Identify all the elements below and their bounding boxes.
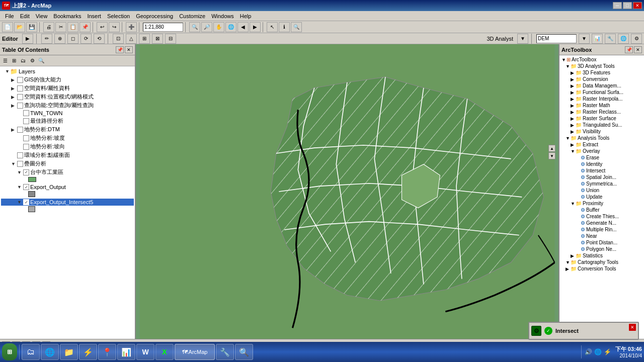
tb-cartography[interactable]: ▼ 📁 Cartography Tools — [560, 259, 643, 265]
tb-prox-expand[interactable]: ▼ — [571, 201, 576, 206]
toc-item-twn[interactable]: TWN_TOWN — [1, 110, 134, 117]
tb-statistics[interactable]: ▶ 📁 Statistics — [560, 252, 643, 259]
dem-dropdown[interactable]: ▼ — [579, 34, 590, 44]
open-button[interactable]: 📂 — [14, 22, 25, 32]
tb-visibility[interactable]: ▶ 📁 Visibility — [560, 128, 643, 135]
add-data-button[interactable]: ➕ — [126, 22, 137, 32]
zoom-in-button[interactable]: 🔍 — [189, 22, 200, 32]
maximize-button[interactable]: □ — [623, 2, 632, 9]
minimize-button[interactable]: ─ — [613, 2, 622, 9]
edit-snap1[interactable]: ⊡ — [113, 34, 124, 44]
tb-proximity[interactable]: ▼ 📁 Proximity — [560, 200, 643, 207]
tb-erase[interactable]: ⚙ Erase — [560, 154, 643, 161]
check-taichung[interactable] — [23, 169, 29, 175]
check-twn[interactable] — [23, 110, 29, 116]
menu-geoprocessing[interactable]: Geoprocessing — [133, 12, 176, 20]
edit-tool1[interactable]: ✏ — [41, 34, 52, 44]
toc-item-slope[interactable]: 地勢分析:坡度 — [1, 134, 134, 142]
tb-near[interactable]: ⚙ Near — [560, 233, 643, 239]
select-button[interactable]: ↖ — [267, 22, 278, 32]
tb-union[interactable]: ⚙ Union — [560, 187, 643, 194]
tb-3d-expand[interactable]: ▼ — [566, 64, 571, 69]
tb-conv-expand[interactable]: ▶ — [571, 77, 576, 82]
tb-convtools[interactable]: ▶ 📁 Conversion Tools — [560, 265, 643, 272]
tb-stat-expand[interactable]: ▶ — [571, 253, 576, 258]
tb-cart-expand[interactable]: ▼ — [566, 260, 571, 265]
expand-gis[interactable]: ▶ — [11, 77, 16, 82]
map-scroll-up[interactable]: ▲ — [548, 145, 555, 152]
tb-datamgmt[interactable]: ▶ 📁 Data Managem... — [560, 82, 643, 89]
menu-help[interactable]: Help — [237, 12, 255, 20]
tb-analysis[interactable]: ▼ 📁 Analysis Tools — [560, 135, 643, 141]
dem-input[interactable] — [536, 34, 577, 43]
tb-rs-expand[interactable]: ▶ — [571, 116, 576, 121]
toc-item-buffer[interactable]: 環域分析:點緩衝面 — [1, 151, 134, 159]
expand-dtm[interactable]: ▶ — [11, 127, 16, 132]
pan-button[interactable]: ✋ — [213, 22, 224, 32]
edit-start-btn[interactable]: ▶ — [22, 34, 33, 44]
expand-overlay[interactable]: ▼ — [11, 161, 16, 166]
toc-list-view[interactable]: ☰ — [1, 57, 9, 65]
tb-update[interactable]: ⚙ Update — [560, 194, 643, 200]
tb-createthiessen[interactable]: ⚙ Create Thies... — [560, 213, 643, 220]
tb-spatialjoin[interactable]: ⚙ Spatial Join... — [560, 174, 643, 180]
tb-3d-analyst[interactable]: ▼ 📁 3D Analyst Tools — [560, 63, 643, 69]
map-scroll-down[interactable]: ▼ — [548, 152, 555, 159]
menu-file[interactable]: File — [2, 12, 17, 20]
layers-expand[interactable]: ▼ — [5, 69, 10, 74]
new-button[interactable]: 📄 — [2, 22, 13, 32]
check-spatial2[interactable] — [17, 94, 23, 100]
edit-snap5[interactable]: ⊟ — [165, 34, 176, 44]
toc-item-dtm[interactable]: ▶ 地勢分析:DTM — [1, 125, 134, 134]
back-extent-button[interactable]: ◀ — [237, 22, 249, 32]
taskbar-excel[interactable]: X — [155, 344, 174, 360]
toc-pin-button[interactable]: 📌 — [116, 46, 124, 53]
edit-tool2[interactable]: ⊕ — [54, 34, 65, 44]
start-button[interactable]: ⊞ — [2, 343, 17, 360]
menu-selection[interactable]: Selection — [104, 12, 133, 20]
tb-identity[interactable]: ⚙ Identity — [560, 161, 643, 167]
toc-item-overlay[interactable]: ▼ 疊圖分析 — [1, 159, 134, 168]
tb-overlay-expand[interactable]: ▼ — [571, 149, 576, 154]
toc-item-intersect5[interactable]: ▼ Export_Output_Intersect5 — [1, 199, 134, 206]
taskbar-files[interactable]: 📁 — [60, 344, 78, 360]
tb-ri-expand[interactable]: ▶ — [571, 97, 576, 102]
scale-input[interactable]: 1:21,880 — [143, 23, 183, 32]
taskbar-tool1[interactable]: 🔧 — [216, 344, 234, 360]
paste-button[interactable]: 📌 — [79, 22, 91, 32]
tb-extract-expand[interactable]: ▶ — [571, 142, 576, 147]
tb-3d-features[interactable]: ▶ 📁 3D Features — [560, 69, 643, 76]
identify-button[interactable]: ℹ — [279, 22, 290, 32]
toc-draw-order[interactable]: ⊞ — [10, 57, 18, 65]
full-extent-button[interactable]: 🌐 — [225, 22, 236, 32]
expand-query[interactable]: ▶ — [11, 103, 16, 108]
check-aspect[interactable] — [23, 144, 29, 150]
print-button[interactable]: 🖨 — [43, 22, 54, 32]
cut-button[interactable]: ✂ — [55, 22, 66, 32]
toc-item-spatial2[interactable]: ▶ 空間資料:位置模式/網格模式 — [1, 93, 134, 101]
edit-tool4[interactable]: ⟳ — [80, 34, 92, 44]
toc-source-view[interactable]: 🗂 — [19, 57, 27, 65]
tb-intersect[interactable]: ⚙ Intersect — [560, 167, 643, 174]
toc-item-route[interactable]: 最佳路徑分析 — [1, 117, 134, 125]
map-area[interactable]: ▲ ▼ — [136, 44, 558, 339]
taskbar-arcmap[interactable]: 🗺ArcMap — [175, 344, 215, 360]
check-intersect5[interactable] — [23, 199, 29, 205]
menu-windows[interactable]: Windows — [208, 12, 237, 20]
tb-rm-expand[interactable]: ▶ — [571, 103, 576, 108]
taskbar-explorer[interactable]: 🗂 — [22, 344, 40, 360]
toc-options[interactable]: ⚙ — [28, 57, 36, 65]
menu-bookmarks[interactable]: Bookmarks — [50, 12, 84, 20]
expand-spatial2[interactable]: ▶ — [11, 95, 16, 100]
tb-conversion[interactable]: ▶ 📁 Conversion — [560, 76, 643, 82]
tb-root[interactable]: ▼ ⊞ ArcToolbox — [560, 56, 643, 63]
edit-snap4[interactable]: ⊠ — [152, 34, 163, 44]
dem-tool2[interactable]: 🔧 — [605, 34, 616, 44]
tb-fs-expand[interactable]: ▶ — [571, 90, 576, 95]
taskbar-ppt[interactable]: 📊 — [117, 344, 135, 360]
check-overlay[interactable] — [17, 161, 23, 167]
toc-item-query[interactable]: ▶ 查詢功能:空間查詢/屬性查詢 — [1, 101, 134, 110]
menu-insert[interactable]: Insert — [84, 12, 104, 20]
expand-intersect5[interactable]: ▼ — [17, 200, 22, 205]
find-button[interactable]: 🔍 — [291, 22, 302, 32]
